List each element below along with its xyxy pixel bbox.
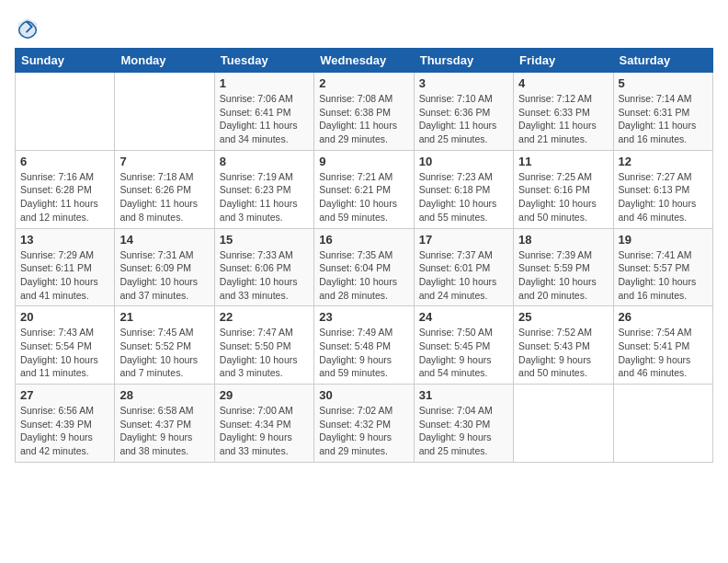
- day-number: 13: [20, 233, 109, 247]
- day-number: 4: [518, 76, 608, 90]
- day-number: 7: [119, 155, 209, 168]
- calendar-week-2: 6Sunrise: 7:16 AM Sunset: 6:28 PM Daylig…: [16, 150, 713, 228]
- calendar-cell: 14Sunrise: 7:31 AM Sunset: 6:09 PM Dayli…: [115, 228, 214, 306]
- calendar-cell: 7Sunrise: 7:18 AM Sunset: 6:26 PM Daylig…: [115, 150, 214, 228]
- calendar-cell: 5Sunrise: 7:14 AM Sunset: 6:31 PM Daylig…: [613, 73, 712, 151]
- day-info: Sunrise: 7:04 AM Sunset: 4:30 PM Dayligh…: [419, 404, 508, 458]
- day-info: Sunrise: 7:00 AM Sunset: 4:34 PM Dayligh…: [220, 404, 309, 458]
- calendar-cell: 22Sunrise: 7:47 AM Sunset: 5:50 PM Dayli…: [214, 306, 313, 385]
- calendar-cell: 10Sunrise: 7:23 AM Sunset: 6:18 PM Dayli…: [414, 150, 513, 228]
- calendar-cell: 16Sunrise: 7:35 AM Sunset: 6:04 PM Dayli…: [314, 228, 414, 306]
- calendar-cell: 24Sunrise: 7:50 AM Sunset: 5:45 PM Dayli…: [414, 306, 513, 385]
- day-number: 24: [419, 310, 508, 324]
- calendar-cell: 3Sunrise: 7:10 AM Sunset: 6:36 PM Daylig…: [414, 73, 513, 151]
- day-info: Sunrise: 7:12 AM Sunset: 6:33 PM Dayligh…: [518, 92, 608, 146]
- day-info: Sunrise: 7:45 AM Sunset: 5:52 PM Dayligh…: [119, 326, 209, 380]
- day-info: Sunrise: 7:47 AM Sunset: 5:50 PM Dayligh…: [220, 326, 309, 380]
- day-info: Sunrise: 7:50 AM Sunset: 5:45 PM Dayligh…: [419, 326, 508, 380]
- day-number: 18: [518, 233, 608, 247]
- day-number: 25: [518, 310, 608, 324]
- day-number: 11: [518, 155, 608, 168]
- day-number: 19: [619, 233, 708, 247]
- day-info: Sunrise: 7:52 AM Sunset: 5:43 PM Dayligh…: [518, 326, 608, 380]
- day-info: Sunrise: 7:27 AM Sunset: 6:13 PM Dayligh…: [619, 170, 708, 224]
- day-info: Sunrise: 7:49 AM Sunset: 5:48 PM Dayligh…: [319, 326, 408, 380]
- calendar-body: 1Sunrise: 7:06 AM Sunset: 6:41 PM Daylig…: [16, 73, 713, 463]
- calendar-cell: 6Sunrise: 7:16 AM Sunset: 6:28 PM Daylig…: [16, 150, 115, 228]
- day-number: 9: [319, 155, 408, 168]
- logo: [15, 15, 44, 40]
- day-info: Sunrise: 7:14 AM Sunset: 6:31 PM Dayligh…: [619, 92, 708, 146]
- day-number: 15: [220, 233, 309, 247]
- day-info: Sunrise: 7:37 AM Sunset: 6:01 PM Dayligh…: [419, 248, 508, 303]
- day-info: Sunrise: 6:58 AM Sunset: 4:37 PM Dayligh…: [119, 404, 209, 458]
- day-info: Sunrise: 7:29 AM Sunset: 6:11 PM Dayligh…: [20, 248, 109, 303]
- calendar-week-3: 13Sunrise: 7:29 AM Sunset: 6:11 PM Dayli…: [16, 228, 713, 306]
- day-info: Sunrise: 7:41 AM Sunset: 5:57 PM Dayligh…: [619, 248, 708, 303]
- calendar-cell: 30Sunrise: 7:02 AM Sunset: 4:32 PM Dayli…: [314, 385, 414, 463]
- day-info: Sunrise: 7:18 AM Sunset: 6:26 PM Dayligh…: [119, 170, 209, 224]
- weekday-header-wednesday: Wednesday: [314, 49, 414, 73]
- day-info: Sunrise: 7:08 AM Sunset: 6:38 PM Dayligh…: [319, 92, 408, 146]
- day-info: Sunrise: 7:10 AM Sunset: 6:36 PM Dayligh…: [419, 92, 508, 146]
- calendar-cell: 25Sunrise: 7:52 AM Sunset: 5:43 PM Dayli…: [514, 306, 613, 385]
- calendar-table: SundayMondayTuesdayWednesdayThursdayFrid…: [15, 48, 713, 463]
- day-info: Sunrise: 7:06 AM Sunset: 6:41 PM Dayligh…: [220, 92, 309, 146]
- calendar-cell: 28Sunrise: 6:58 AM Sunset: 4:37 PM Dayli…: [115, 385, 214, 463]
- day-number: 30: [319, 388, 408, 402]
- calendar-week-4: 20Sunrise: 7:43 AM Sunset: 5:54 PM Dayli…: [16, 306, 713, 385]
- calendar-cell: 4Sunrise: 7:12 AM Sunset: 6:33 PM Daylig…: [514, 73, 613, 151]
- calendar-cell: 1Sunrise: 7:06 AM Sunset: 6:41 PM Daylig…: [214, 73, 313, 151]
- day-number: 27: [20, 388, 109, 402]
- day-info: Sunrise: 7:39 AM Sunset: 5:59 PM Dayligh…: [518, 248, 608, 303]
- calendar-cell: 17Sunrise: 7:37 AM Sunset: 6:01 PM Dayli…: [414, 228, 513, 306]
- day-number: 26: [619, 310, 708, 324]
- calendar-cell: 2Sunrise: 7:08 AM Sunset: 6:38 PM Daylig…: [314, 73, 414, 151]
- day-info: Sunrise: 7:25 AM Sunset: 6:16 PM Dayligh…: [518, 170, 608, 224]
- day-info: Sunrise: 7:54 AM Sunset: 5:41 PM Dayligh…: [619, 326, 708, 380]
- day-number: 14: [119, 233, 209, 247]
- calendar-cell: 15Sunrise: 7:33 AM Sunset: 6:06 PM Dayli…: [214, 228, 313, 306]
- calendar-week-1: 1Sunrise: 7:06 AM Sunset: 6:41 PM Daylig…: [16, 73, 713, 151]
- calendar-cell: 20Sunrise: 7:43 AM Sunset: 5:54 PM Dayli…: [16, 306, 115, 385]
- day-info: Sunrise: 7:33 AM Sunset: 6:06 PM Dayligh…: [220, 248, 309, 303]
- day-number: 12: [619, 155, 708, 168]
- calendar-cell: 18Sunrise: 7:39 AM Sunset: 5:59 PM Dayli…: [514, 228, 613, 306]
- day-info: Sunrise: 7:02 AM Sunset: 4:32 PM Dayligh…: [319, 404, 408, 458]
- day-number: 3: [419, 76, 508, 90]
- day-number: 21: [119, 310, 209, 324]
- day-info: Sunrise: 7:35 AM Sunset: 6:04 PM Dayligh…: [319, 248, 408, 303]
- day-info: Sunrise: 7:21 AM Sunset: 6:21 PM Dayligh…: [319, 170, 408, 224]
- calendar-cell: 12Sunrise: 7:27 AM Sunset: 6:13 PM Dayli…: [613, 150, 712, 228]
- calendar-cell: 29Sunrise: 7:00 AM Sunset: 4:34 PM Dayli…: [214, 385, 313, 463]
- day-info: Sunrise: 7:19 AM Sunset: 6:23 PM Dayligh…: [220, 170, 309, 224]
- day-number: 17: [419, 233, 508, 247]
- day-number: 29: [220, 388, 309, 402]
- day-number: 20: [20, 310, 109, 324]
- calendar-cell: 27Sunrise: 6:56 AM Sunset: 4:39 PM Dayli…: [16, 385, 115, 463]
- day-number: 28: [119, 388, 209, 402]
- day-number: 22: [220, 310, 309, 324]
- day-number: 8: [220, 155, 309, 168]
- calendar-cell: 8Sunrise: 7:19 AM Sunset: 6:23 PM Daylig…: [214, 150, 313, 228]
- calendar-cell: 11Sunrise: 7:25 AM Sunset: 6:16 PM Dayli…: [514, 150, 613, 228]
- day-info: Sunrise: 7:16 AM Sunset: 6:28 PM Dayligh…: [20, 170, 109, 224]
- day-info: Sunrise: 7:23 AM Sunset: 6:18 PM Dayligh…: [419, 170, 508, 224]
- day-info: Sunrise: 6:56 AM Sunset: 4:39 PM Dayligh…: [20, 404, 109, 458]
- calendar-cell: 21Sunrise: 7:45 AM Sunset: 5:52 PM Dayli…: [115, 306, 214, 385]
- logo-icon: [15, 15, 40, 40]
- calendar-cell: [514, 385, 613, 463]
- day-number: 23: [319, 310, 408, 324]
- calendar-cell: 19Sunrise: 7:41 AM Sunset: 5:57 PM Dayli…: [613, 228, 712, 306]
- calendar-week-5: 27Sunrise: 6:56 AM Sunset: 4:39 PM Dayli…: [16, 385, 713, 463]
- weekday-header-tuesday: Tuesday: [214, 49, 313, 73]
- page-header: [15, 15, 713, 40]
- calendar-header: SundayMondayTuesdayWednesdayThursdayFrid…: [16, 49, 713, 73]
- weekday-header-thursday: Thursday: [414, 49, 513, 73]
- day-number: 16: [319, 233, 408, 247]
- day-number: 6: [20, 155, 109, 168]
- day-number: 31: [419, 388, 508, 402]
- calendar-cell: 13Sunrise: 7:29 AM Sunset: 6:11 PM Dayli…: [16, 228, 115, 306]
- weekday-header-sunday: Sunday: [16, 49, 115, 73]
- day-info: Sunrise: 7:31 AM Sunset: 6:09 PM Dayligh…: [119, 248, 209, 303]
